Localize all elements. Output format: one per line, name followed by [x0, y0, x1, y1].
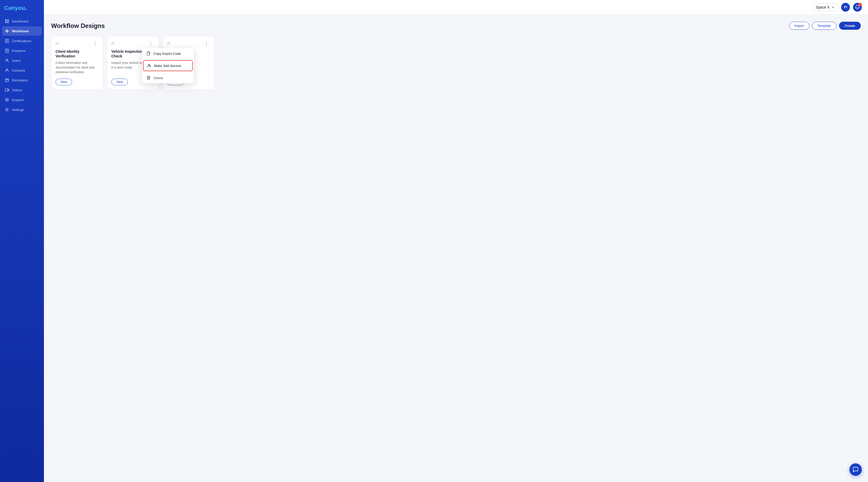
content-area: Workflow Designs Import Template Create …	[44, 15, 868, 482]
sidebar-item-positions[interactable]: Positions	[2, 46, 42, 55]
sidebar-item-label: Dashboard	[12, 19, 28, 23]
notification-button[interactable]: 1	[853, 3, 862, 11]
svg-rect-2	[5, 22, 7, 23]
sidebar-item-support[interactable]: Support	[2, 95, 42, 105]
context-menu: Copy Export Code Make Self-Service	[142, 48, 194, 83]
card-description: Collect information and documentation fo…	[56, 60, 98, 75]
notification-badge: 1	[858, 3, 862, 6]
sidebar-item-reminders[interactable]: Reminders	[2, 76, 42, 85]
self-service-icon	[147, 63, 151, 68]
chevron-down-icon	[832, 6, 835, 9]
card-footer: View	[56, 79, 98, 85]
sidebar-item-workflows[interactable]: Workflows	[2, 26, 42, 36]
support-icon	[5, 97, 9, 102]
workspace-selector[interactable]: Space X	[812, 3, 838, 11]
page-header: Workflow Designs Import Template Create	[51, 22, 861, 30]
sidebar-item-label: Workflows	[12, 29, 29, 33]
context-menu-label: Delete	[153, 76, 163, 80]
context-menu-item-copy-export[interactable]: Copy Export Code	[142, 48, 194, 59]
sidebar-item-label: Contacts	[12, 68, 25, 73]
sidebar-item-videos[interactable]: Videos	[2, 85, 42, 95]
workflow-card-1: v1 ⋮ Client Identity Verification Collec…	[51, 36, 103, 90]
card-top: v2 ⋮	[167, 40, 210, 46]
svg-rect-1	[7, 19, 9, 21]
card-menu-button[interactable]: ⋮	[92, 40, 98, 46]
card-menu-button[interactable]: ⋮	[148, 40, 154, 46]
card-title: Client Identity Verification	[56, 49, 98, 58]
svg-rect-0	[5, 19, 7, 21]
contacts-icon	[5, 68, 9, 73]
positions-icon	[5, 48, 9, 53]
sidebar-item-label: Positions	[12, 49, 26, 53]
sidebar-item-dashboard[interactable]: Dashboard	[2, 17, 42, 26]
sidebar-item-label: Videos	[12, 88, 22, 92]
svg-rect-19	[5, 79, 8, 82]
page-title: Workflow Designs	[51, 22, 105, 29]
sidebar-item-label: Users	[12, 59, 21, 63]
chat-fab-button[interactable]	[849, 463, 862, 476]
chat-icon	[852, 466, 859, 473]
videos-icon	[5, 88, 9, 92]
card-menu-button[interactable]: ⋮	[203, 40, 210, 46]
svg-point-4	[6, 30, 8, 32]
import-button[interactable]: Import	[789, 22, 809, 30]
card-top: v1 ⋮	[56, 40, 98, 46]
reminders-icon	[5, 78, 9, 83]
svg-point-26	[6, 109, 8, 110]
sidebar-item-label: Settings	[12, 108, 24, 112]
svg-point-17	[6, 59, 8, 60]
card-version: v1	[111, 41, 115, 45]
context-menu-item-delete[interactable]: Delete	[142, 73, 194, 83]
grid-icon	[5, 19, 9, 24]
svg-point-29	[148, 64, 150, 66]
menu-divider	[142, 59, 194, 60]
card-top: v1 ⋮	[111, 40, 154, 46]
sidebar-item-certifications[interactable]: Certifications	[2, 36, 42, 46]
brand-logo: Canyou.	[0, 0, 44, 17]
copy-icon	[146, 51, 151, 56]
sidebar-item-label: Certifications	[12, 39, 31, 43]
svg-rect-23	[5, 89, 8, 91]
sidebar-item-users[interactable]: Users	[2, 56, 42, 65]
sidebar-item-settings[interactable]: Settings	[2, 105, 42, 114]
workspace-name: Space X	[816, 5, 830, 9]
card-version: v2	[167, 41, 170, 45]
top-bar: Space X FI 1	[44, 0, 868, 15]
settings-icon	[5, 107, 9, 112]
cert-icon	[5, 38, 9, 43]
header-actions: Import Template Create	[789, 22, 861, 30]
svg-point-24	[5, 98, 8, 102]
context-menu-label: Copy Export Code	[153, 52, 181, 56]
svg-point-18	[6, 69, 8, 70]
template-button[interactable]: Template	[812, 22, 836, 30]
svg-rect-28	[147, 53, 149, 55]
svg-point-25	[6, 99, 7, 100]
sidebar: Canyou. Dashboard	[0, 0, 44, 482]
sidebar-nav: Dashboard Workflows	[0, 17, 44, 114]
trash-icon	[146, 76, 151, 80]
menu-divider	[142, 72, 194, 72]
sidebar-item-contacts[interactable]: Contacts	[2, 66, 42, 75]
svg-rect-3	[7, 22, 9, 23]
workflow-icon	[5, 29, 9, 33]
users-icon	[5, 58, 9, 63]
card-view-button[interactable]: View	[56, 79, 72, 85]
create-button[interactable]: Create	[839, 22, 861, 30]
avatar[interactable]: FI	[841, 3, 850, 11]
sidebar-item-label: Support	[12, 98, 24, 102]
card-view-button[interactable]: View	[111, 79, 128, 85]
context-menu-label: Make Self-Service	[154, 64, 181, 68]
main-area: Space X FI 1 Workflow Designs Import Tem…	[44, 0, 868, 482]
card-version: v1	[56, 41, 59, 45]
context-menu-item-self-service[interactable]: Make Self-Service	[143, 60, 193, 71]
sidebar-item-label: Reminders	[12, 78, 28, 82]
